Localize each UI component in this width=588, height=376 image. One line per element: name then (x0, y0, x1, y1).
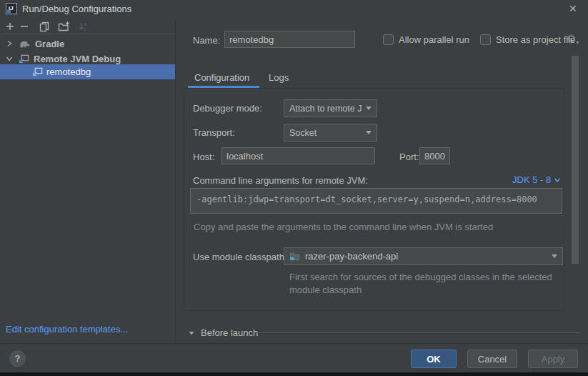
transport-select[interactable]: Socket (284, 124, 377, 142)
edit-configuration-templates-link[interactable]: Edit configuration templates... (6, 324, 128, 335)
before-launch-separator (251, 332, 579, 333)
before-launch-section-header[interactable]: Before launch (188, 327, 258, 338)
jdk-version-link[interactable]: JDK 5 - 8 (512, 174, 561, 185)
gear-dropdown-arrow: ▾ (576, 39, 579, 46)
cmdline-arguments-textarea[interactable]: -agentlib:jdwp=transport=dt_socket,serve… (190, 188, 562, 214)
section-collapse-chevron-icon[interactable] (188, 330, 195, 337)
tab-configuration[interactable]: Configuration (194, 72, 249, 83)
checkbox-box[interactable] (383, 34, 394, 45)
tab-logs[interactable]: Logs (269, 72, 289, 83)
allow-parallel-run-checkbox[interactable]: Allow parallel run (383, 34, 469, 45)
classpath-help-line2: module classpath (289, 285, 362, 295)
window-bottom-edge (0, 372, 588, 376)
new-folder-icon (58, 21, 70, 32)
copy-configuration-button[interactable] (39, 21, 50, 34)
transport-label: Transport: (193, 127, 235, 138)
svg-text:a: a (84, 21, 87, 26)
question-mark-icon: ? (15, 353, 21, 364)
copy-icon (39, 21, 50, 32)
combo-arrow-icon (366, 107, 372, 110)
debugger-mode-value: Attach to remote JVM (289, 104, 362, 114)
port-label: Port: (399, 152, 419, 162)
store-as-project-file-checkbox[interactable]: Store as project file (480, 34, 575, 45)
svg-text:z: z (84, 26, 86, 31)
module-classpath-select[interactable]: razer-pay-backend-api (284, 247, 563, 265)
footer-separator (0, 343, 588, 344)
intellij-logo-icon: IJ (6, 3, 17, 14)
name-input[interactable] (224, 31, 355, 48)
cmdline-arguments-label: Command line arguments for remote JVM: (193, 175, 368, 186)
debugger-mode-select[interactable]: Attach to remote JVM (284, 99, 377, 117)
cmdline-help-text: Copy and paste the arguments to the comm… (194, 222, 493, 232)
remote-jvm-debug-icon (19, 54, 29, 64)
transport-value: Socket (289, 128, 362, 138)
gradle-elephant-icon (19, 39, 31, 50)
chevron-down-icon (554, 177, 561, 184)
toolbar-separator (0, 34, 175, 34)
debugger-mode-label: Debugger mode: (193, 103, 262, 114)
cancel-button[interactable]: Cancel (467, 350, 517, 368)
panel-vertical-divider (175, 19, 176, 343)
combo-arrow-icon (552, 254, 557, 258)
vertical-scrollbar-thumb[interactable] (572, 56, 579, 264)
gear-icon[interactable]: ⚙▾ (566, 32, 579, 46)
combo-arrow-icon (366, 131, 372, 134)
cmdline-arguments-value: -agentlib:jdwp=transport=dt_socket,serve… (196, 194, 537, 204)
gear-glyph: ⚙ (566, 33, 576, 45)
jdk-version-text: JDK 5 - 8 (512, 174, 551, 185)
store-as-project-file-label: Store as project file (496, 34, 575, 45)
plus-icon (4, 21, 16, 32)
before-launch-label: Before launch (201, 327, 258, 338)
help-button[interactable]: ? (9, 350, 26, 367)
window-title: Run/Debug Configurations (22, 4, 131, 14)
remote-jvm-debug-icon (32, 66, 43, 77)
sort-configurations-button[interactable]: a z (78, 21, 89, 34)
host-input[interactable] (221, 147, 375, 164)
run-debug-configurations-dialog: IJ Run/Debug Configurations ✕ a z (0, 0, 588, 376)
minus-icon (19, 21, 30, 32)
remove-configuration-button[interactable] (19, 21, 30, 34)
apply-button[interactable]: Apply (528, 350, 578, 368)
tree-item-label: Gradle (35, 39, 64, 49)
chevron-right-icon[interactable] (6, 39, 13, 49)
sort-alphabetically-icon: a z (78, 21, 89, 32)
new-folder-button[interactable] (58, 21, 70, 34)
checkbox-box[interactable] (480, 34, 491, 45)
module-folder-icon (289, 251, 300, 262)
host-label: Host: (193, 152, 214, 162)
tree-item-gradle[interactable]: Gradle (0, 36, 175, 51)
ok-button[interactable]: OK (411, 350, 457, 368)
name-label: Name: (193, 35, 220, 46)
port-input[interactable] (419, 147, 450, 164)
classpath-help-line1: First search for sources of the debugged… (289, 272, 552, 282)
add-configuration-button[interactable] (4, 21, 16, 34)
tree-item-label: Remote JVM Debug (34, 54, 121, 64)
tree-item-remotedbg-selected[interactable]: remotedbg (0, 64, 175, 79)
use-module-classpath-label: Use module classpath: (193, 252, 287, 262)
title-bar: IJ Run/Debug Configurations ✕ (0, 0, 588, 19)
module-classpath-value: razer-pay-backend-api (305, 251, 547, 262)
tree-item-label: remotedbg (46, 66, 91, 77)
allow-parallel-run-label: Allow parallel run (399, 34, 469, 45)
chevron-down-icon[interactable] (6, 54, 13, 64)
close-icon[interactable]: ✕ (569, 3, 577, 14)
